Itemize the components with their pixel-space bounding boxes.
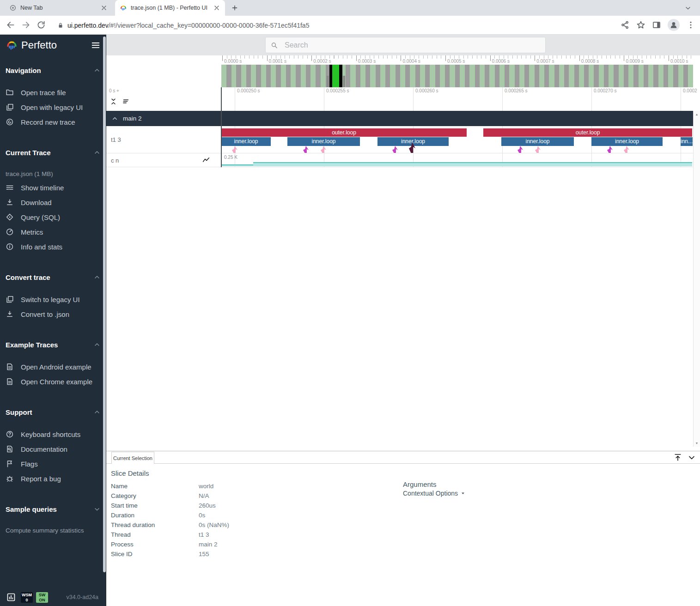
sidebar-item-keyboard-shortcuts[interactable]: Keyboard shortcuts <box>6 427 101 442</box>
instant-marker[interactable] <box>392 146 398 153</box>
main-area: 0.0000 s0.0001 s0.0002 s0.0003 s0.0004 s… <box>106 35 700 606</box>
side-panel-icon[interactable] <box>652 20 661 30</box>
sidebar-item-documentation[interactable]: Documentation <box>6 442 101 456</box>
collapse-tracks-icon[interactable] <box>110 97 117 105</box>
details-value: N/A <box>199 491 229 501</box>
tab-search-chevron-icon[interactable] <box>684 4 692 12</box>
section-header-example-traces[interactable]: Example Traces <box>6 340 101 349</box>
stats-box-icon[interactable] <box>6 593 16 602</box>
tab-current-selection[interactable]: Current Selection <box>111 452 154 464</box>
chevron-up-icon <box>93 273 101 281</box>
overview-tick-label: 0.0001 s <box>269 59 286 64</box>
forward-button[interactable] <box>21 20 30 30</box>
details-label: Thread <box>111 530 199 539</box>
sidebar-item-flags[interactable]: Flags <box>6 456 101 471</box>
instant-marker[interactable] <box>303 146 309 153</box>
thread-track-label-panel[interactable]: t1 3 <box>106 126 221 153</box>
instant-marker[interactable] <box>321 146 326 153</box>
slice-inner-loop[interactable]: inn... <box>681 137 693 146</box>
timeline-icon <box>6 183 14 192</box>
instant-marker[interactable] <box>624 146 629 153</box>
sidebar-item-open-android-example[interactable]: Open Android example <box>6 359 101 374</box>
section-header-support[interactable]: Support <box>6 407 101 417</box>
sidebar-item-label: Report a bug <box>21 475 61 483</box>
viewport-handle-right[interactable] <box>343 76 345 87</box>
time-offset-label: 0 s + <box>109 88 119 93</box>
bookmark-star-icon[interactable] <box>636 20 645 30</box>
counter-mode-icon[interactable] <box>202 156 210 164</box>
browser-tab-perfetto[interactable]: trace.json (1 MB) - Perfetto UI <box>115 0 225 16</box>
tracks-scrollbar[interactable]: ▲ ▼ <box>693 111 700 447</box>
sidebar-item-open-with-legacy-ui[interactable]: Open with legacy UI <box>6 100 101 115</box>
back-button[interactable] <box>6 20 15 30</box>
sidebar-item-switch-to-legacy-ui[interactable]: Switch to legacy UI <box>6 292 101 307</box>
search-input[interactable] <box>285 41 541 49</box>
share-icon[interactable] <box>621 20 630 30</box>
avatar[interactable] <box>668 19 680 31</box>
sidebar-item-report-a-bug[interactable]: Report a bug <box>6 471 101 486</box>
tab-close-icon[interactable] <box>213 4 220 12</box>
help-icon <box>6 430 14 438</box>
perfetto-app: Perfetto NavigationOpen trace fileOpen w… <box>0 35 700 606</box>
sidebar-item-compute-summary-statistics[interactable]: Compute summary statistics <box>6 524 101 537</box>
thread-track-content[interactable]: outer.loopouter.loopinner.loopinner.loop… <box>221 126 693 153</box>
new-tab-button[interactable] <box>231 4 238 12</box>
slice-inner-loop[interactable]: inner.loop <box>287 137 360 146</box>
slice-outer-loop[interactable]: outer.loop <box>483 128 692 137</box>
scroll-up-arrow[interactable]: ▲ <box>694 113 700 116</box>
instant-marker[interactable] <box>517 146 523 153</box>
sidebar-item-label: Show timeline <box>21 184 64 192</box>
slice-inner-loop[interactable]: inner.loop <box>591 137 663 146</box>
contextual-options-dropdown[interactable]: Contextual Options <box>403 490 466 497</box>
section-header-convert-trace[interactable]: Convert trace <box>6 273 101 282</box>
expand-panel-icon[interactable] <box>673 453 682 462</box>
reload-button[interactable] <box>37 20 46 30</box>
slice-inner-loop[interactable]: inner.loop <box>221 137 271 146</box>
doc-search-icon <box>6 445 14 453</box>
overview-tick-label: 0.0005 s <box>447 59 465 64</box>
browser-tab-new-tab[interactable]: New Tab <box>5 0 112 16</box>
browser-menu-icon[interactable] <box>686 20 695 30</box>
slice-outer-loop[interactable]: outer.loop <box>221 128 467 137</box>
sidebar-item-info-and-stats[interactable]: Info and stats <box>6 239 101 254</box>
slice-inner-loop[interactable]: inner.loop <box>501 137 574 146</box>
sidebar-item-label: Flags <box>21 460 38 468</box>
viewport-handle-left[interactable] <box>327 76 329 87</box>
sidebar-item-show-timeline[interactable]: Show timeline <box>6 180 101 195</box>
process-group-header[interactable]: main 2 <box>106 111 693 126</box>
sidebar-item-label: Open Chrome example <box>21 378 92 386</box>
timeline-minimap[interactable] <box>106 65 700 87</box>
collapse-panel-icon[interactable] <box>687 453 696 462</box>
url-bar[interactable]: ui.perfetto.dev/#!/viewer?local_cache_ke… <box>52 19 618 32</box>
sidebar-scrollbar[interactable] <box>103 36 106 572</box>
viewport-selection <box>332 65 339 87</box>
tab-close-icon[interactable] <box>100 4 108 12</box>
track-filter-icon[interactable] <box>122 97 130 105</box>
collapse-group-icon[interactable] <box>111 115 118 122</box>
sidebar-item-label: Metrics <box>21 228 43 236</box>
counter-track-content[interactable]: 0.25 K <box>221 153 693 167</box>
sidebar-item-label: Query (SQL) <box>21 213 60 221</box>
sidebar-item-open-chrome-example[interactable]: Open Chrome example <box>6 374 101 389</box>
sidebar-item-label: Info and stats <box>21 243 62 251</box>
hamburger-menu-icon[interactable] <box>91 40 101 50</box>
sidebar-item-metrics[interactable]: Metrics <box>6 224 101 239</box>
instant-marker[interactable] <box>232 146 237 153</box>
counter-track-label-panel[interactable]: c n <box>106 153 221 167</box>
sidebar-item-query-sql[interactable]: Query (SQL) <box>6 210 101 224</box>
section-header-navigation[interactable]: Navigation <box>6 66 101 75</box>
sidebar-item-label: Open trace file <box>21 89 66 97</box>
instant-marker[interactable] <box>535 146 541 153</box>
scroll-down-arrow[interactable]: ▼ <box>694 442 700 445</box>
instant-marker[interactable] <box>607 146 613 153</box>
search-box[interactable] <box>266 37 545 53</box>
section-header-current-trace[interactable]: Current Trace <box>6 148 101 157</box>
sidebar-item-open-trace-file[interactable]: Open trace file <box>6 85 101 100</box>
top-bar <box>106 35 700 55</box>
sidebar-item-download[interactable]: Download <box>6 195 101 210</box>
viewport-indicator[interactable] <box>329 65 342 87</box>
sidebar-item-record-new-trace[interactable]: Record new trace <box>6 115 101 129</box>
sidebar-item-convert-to-json[interactable]: Convert to .json <box>6 307 101 321</box>
section-header-sample-queries[interactable]: Sample queries <box>6 504 101 514</box>
ruler-time-label: 0.000270 s <box>594 88 617 93</box>
